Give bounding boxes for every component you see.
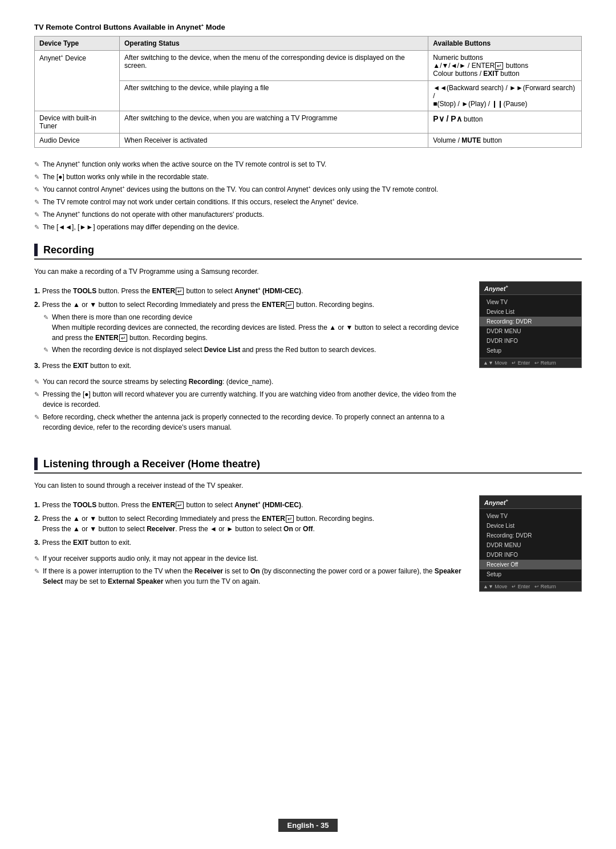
note-item: ✎ The TV remote control may not work und… <box>34 197 582 207</box>
tv-menu-items: View TV Device List Recording: DVDR DVDR… <box>480 295 581 358</box>
listening-notes: ✎ If your receiver supports audio only, … <box>34 553 468 587</box>
note-icon: ✎ <box>34 413 39 422</box>
tv-menu-header: Anynet+ <box>480 496 581 509</box>
sub-note: ✎ When the recording device is not displ… <box>43 345 468 355</box>
note-icon: ✎ <box>43 313 48 322</box>
page-footer: English - 35 <box>0 819 616 832</box>
listening-menu-image: Anynet+ View TV Device List Recording: D… <box>479 495 582 598</box>
note-icon: ✎ <box>34 223 39 232</box>
page-number: English - 35 <box>278 819 338 832</box>
table-row: Audio Device When Receiver is activated … <box>35 134 582 148</box>
step-2-subnotes: ✎ When there is more than one recording … <box>43 312 468 355</box>
tv-menu-item: DVDR INFO <box>480 336 581 346</box>
step-1: 1. Press the TOOLS button. Press the ENT… <box>34 286 468 296</box>
note-item: ✎ If there is a power interruption to th… <box>34 566 468 587</box>
tv-menu-item: Setup <box>480 569 581 579</box>
note-item: ✎ Before recording, check whether the an… <box>34 412 468 432</box>
step-3: 3. Press the EXIT button to exit. <box>34 361 468 371</box>
recording-notes: ✎ You can record the source streams by s… <box>34 377 468 432</box>
listening-steps: 1. Press the TOOLS button. Press the ENT… <box>34 500 468 548</box>
col-device-type: Device Type <box>35 37 120 51</box>
status-anynet-2: After switching to the device, while pla… <box>120 81 428 111</box>
note-item: ✎ The Anynet+ function only works when t… <box>34 159 582 169</box>
tv-menu-header: Anynet+ <box>480 282 581 295</box>
listening-heading: Listening through a Receiver (Home theat… <box>43 458 260 470</box>
tv-menu-listening: Anynet+ View TV Device List Recording: D… <box>479 495 582 592</box>
tv-menu-item: View TV <box>480 511 581 521</box>
status-audio: When Receiver is activated <box>120 134 428 148</box>
col-available-buttons: Available Buttons <box>428 37 582 51</box>
listening-section: Listening through a Receiver (Home theat… <box>34 458 582 598</box>
tv-menu-footer: ▲▼ Move ↵ Enter ↩ Return <box>480 358 581 367</box>
note-icon: ✎ <box>34 185 39 195</box>
table-heading: TV Remote Control Buttons Available in A… <box>34 23 582 31</box>
note-icon: ✎ <box>34 377 39 387</box>
recording-section: Recording You can make a recording of a … <box>34 244 582 444</box>
recording-section-title: Recording <box>34 244 582 260</box>
col-operating-status: Operating Status <box>120 37 428 51</box>
tv-menu-item: DVDR MENU <box>480 540 581 550</box>
recording-menu-image: Anynet+ View TV Device List Recording: D… <box>479 281 582 444</box>
buttons-audio: Volume / MUTE button <box>428 134 582 148</box>
buttons-anynet-2: ◄◄(Backward search) / ►►(Forward search)… <box>428 81 582 111</box>
tv-menu-recording: Anynet+ View TV Device List Recording: D… <box>479 281 582 368</box>
note-item: ✎ The [◄◄], [►►] operations may differ d… <box>34 222 582 232</box>
listening-text: 1. Press the TOOLS button. Press the ENT… <box>34 495 468 598</box>
note-item: ✎ The [●] button works only while in the… <box>34 172 582 182</box>
device-type-tuner: Device with built-in Tuner <box>35 111 120 134</box>
status-anynet-1: After switching to the device, when the … <box>120 51 428 81</box>
note-icon: ✎ <box>34 197 39 207</box>
recording-content: 1. Press the TOOLS button. Press the ENT… <box>34 281 582 444</box>
note-item: ✎ You cannot control Anynet+ devices usi… <box>34 184 582 195</box>
step-2: 2. Press the ▲ or ▼ button to select Rec… <box>34 300 468 357</box>
note-icon: ✎ <box>34 160 39 169</box>
table-section: TV Remote Control Buttons Available in A… <box>34 23 582 148</box>
section-bar <box>34 458 38 470</box>
note-icon: ✎ <box>34 210 39 220</box>
table-row: Anynet+ Device After switching to the de… <box>35 51 582 81</box>
buttons-tuner: P∨ / P∧ button <box>428 111 582 134</box>
tv-menu-item: Device List <box>480 307 581 317</box>
tv-menu-item: Setup <box>480 346 581 355</box>
tv-menu-item: View TV <box>480 297 581 307</box>
note-icon: ✎ <box>34 390 39 399</box>
step-2: 2. Press the ▲ or ▼ button to select Rec… <box>34 514 468 534</box>
note-icon: ✎ <box>43 345 48 355</box>
tv-menu-items: View TV Device List Recording: DVDR DVDR… <box>480 509 581 581</box>
table-row: Device with built-in Tuner After switchi… <box>35 111 582 134</box>
tv-menu-item: Recording: DVDR <box>480 531 581 540</box>
buttons-anynet-1: Numeric buttons ▲/▼/◄/► / ENTER↵ buttons… <box>428 51 582 81</box>
tv-menu-item-highlighted: Recording: DVDR <box>480 317 581 326</box>
tv-menu-item-highlighted: Receiver Off <box>480 560 581 569</box>
tv-menu-item: DVDR INFO <box>480 550 581 560</box>
listening-section-title: Listening through a Receiver (Home theat… <box>34 458 582 474</box>
tv-menu-item: DVDR MENU <box>480 326 581 336</box>
note-icon: ✎ <box>34 554 39 564</box>
table-notes: ✎ The Anynet+ function only works when t… <box>34 159 582 232</box>
note-item: ✎ You can record the source streams by s… <box>34 377 468 387</box>
note-item: ✎ Pressing the [●] button will record wh… <box>34 389 468 410</box>
remote-control-table: Device Type Operating Status Available B… <box>34 36 582 148</box>
device-type-anynet: Anynet+ Device <box>35 51 120 111</box>
recording-heading: Recording <box>43 244 94 256</box>
sub-note: ✎ When there is more than one recording … <box>43 312 468 343</box>
recording-intro: You can make a recording of a TV Program… <box>34 266 582 277</box>
note-item: ✎ The Anynet+ functions do not operate w… <box>34 209 582 220</box>
tv-menu-footer: ▲▼ Move ↵ Enter ↩ Return <box>480 581 581 591</box>
section-bar <box>34 244 38 256</box>
note-item: ✎ If your receiver supports audio only, … <box>34 553 468 564</box>
device-type-audio: Audio Device <box>35 134 120 148</box>
note-icon: ✎ <box>34 172 39 182</box>
listening-content: 1. Press the TOOLS button. Press the ENT… <box>34 495 582 598</box>
recording-steps: 1. Press the TOOLS button. Press the ENT… <box>34 286 468 371</box>
step-1: 1. Press the TOOLS button. Press the ENT… <box>34 500 468 510</box>
status-tuner: After switching to the device, when you … <box>120 111 428 134</box>
step-3: 3. Press the EXIT button to exit. <box>34 537 468 548</box>
listening-intro: You can listen to sound through a receiv… <box>34 480 582 491</box>
note-icon: ✎ <box>34 567 39 576</box>
tv-menu-item: Device List <box>480 521 581 531</box>
recording-text: 1. Press the TOOLS button. Press the ENT… <box>34 281 468 444</box>
